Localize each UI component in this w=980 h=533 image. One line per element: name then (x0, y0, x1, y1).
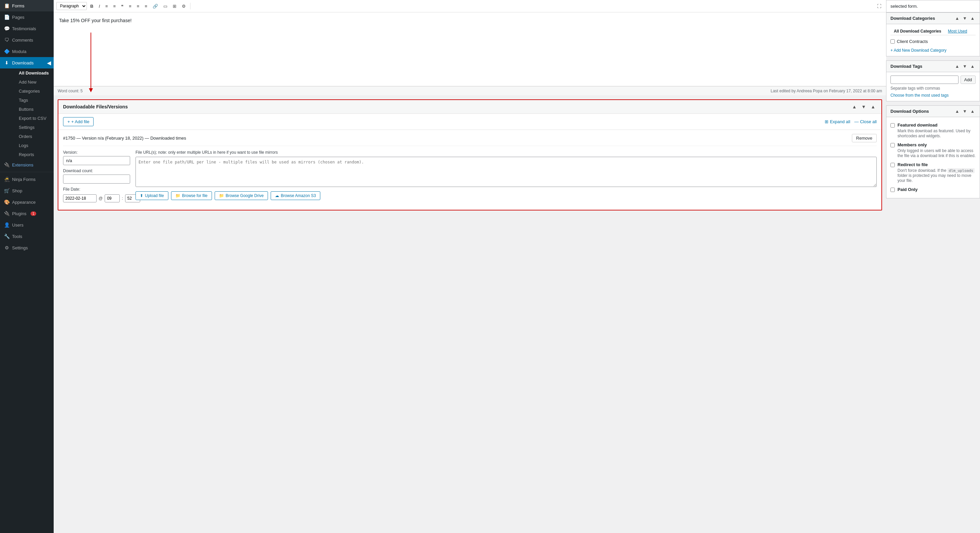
categories-toggle-button[interactable]: ▲ (969, 16, 976, 21)
sidebar-sub-settings[interactable]: Settings (10, 123, 54, 132)
dlm-collapse-up-button[interactable]: ▲ (851, 104, 858, 110)
sidebar-item-downloads[interactable]: ⬇ Downloads ◀ (0, 57, 54, 69)
link-button[interactable]: 🔗 (151, 2, 160, 10)
sidebar-item-plugins[interactable]: 🔌 Plugins 1 (0, 208, 54, 219)
arrow-line (91, 33, 91, 89)
sidebar-item-testimonials[interactable]: 💬 Testimonials (0, 23, 54, 34)
file-url-textarea[interactable] (135, 157, 877, 187)
categories-down-button[interactable]: ▼ (962, 16, 968, 21)
download-count-input[interactable] (63, 174, 130, 184)
sidebar-item-appearance[interactable]: 🎨 Appearance (0, 196, 54, 208)
browse-gdrive-button[interactable]: 📁 Browse Google Drive (215, 191, 268, 200)
sidebar-sub-add-new[interactable]: Add New (10, 78, 54, 86)
bold-button[interactable]: B (88, 2, 95, 10)
add-file-button[interactable]: + + Add file (63, 117, 94, 126)
choose-tags-link[interactable]: Choose from the most used tags (891, 93, 948, 98)
tags-hint: Separate tags with commas (891, 86, 976, 91)
upload-file-button[interactable]: ⬆ Upload file (135, 191, 169, 200)
paragraph-select[interactable]: Paragraph (56, 2, 87, 10)
option-featured-text: Featured download Mark this download as … (897, 123, 976, 138)
download-tags-box: Download Tags ▲ ▼ ▲ Add Separate tags wi… (886, 61, 980, 101)
plugins-icon: 🔌 (4, 211, 10, 216)
sidebar-item-settings[interactable]: ⚙ Settings (0, 242, 54, 254)
sidebar-sub-buttons[interactable]: Buttons (10, 105, 54, 114)
sidebar-item-comments[interactable]: 🗨 Comments (0, 34, 54, 46)
add-new-category-link[interactable]: + Add New Download Category (891, 48, 947, 53)
sidebar-sub-tags[interactable]: Tags (10, 96, 54, 105)
sidebar-item-extensions[interactable]: 🔌 Extensions (0, 159, 54, 171)
categories-up-button[interactable]: ▲ (954, 16, 960, 21)
expand-all-button[interactable]: ⊞ Expand all (825, 119, 850, 124)
sidebar-item-tools[interactable]: 🔧 Tools (0, 231, 54, 242)
grid-button[interactable]: ⊞ (171, 2, 178, 10)
remove-button[interactable]: Remove (852, 134, 877, 142)
editor-footer: Word count: 5 Last edited by Andreea Pop… (54, 86, 886, 95)
download-count-field-group: Download count: (63, 169, 130, 184)
sidebar-sub-all-downloads[interactable]: All Downloads (10, 69, 54, 78)
folder-icon: 📁 (175, 193, 180, 198)
editor-content[interactable]: Take 15% OFF your first purchase! (54, 13, 886, 86)
browse-s3-label: Browse Amazon S3 (281, 193, 316, 198)
sidebar-sub-reports[interactable]: Reports (10, 150, 54, 159)
option-featured-checkbox[interactable] (891, 123, 895, 128)
settings-toolbar-button[interactable]: ⚙ (180, 2, 188, 10)
option-members-only-checkbox[interactable] (891, 143, 895, 147)
sidebar-sub-export-csv[interactable]: Export to CSV (10, 114, 54, 123)
file-hour-input[interactable] (105, 194, 120, 203)
align-left-button[interactable]: ≡ (127, 2, 134, 10)
file-date-input[interactable] (63, 194, 97, 203)
fullscreen-button[interactable]: ⛶ (875, 2, 883, 10)
option-redirect-label: Redirect to file (897, 162, 976, 167)
sidebar-item-forms[interactable]: 📋 Forms (0, 0, 54, 11)
browse-s3-button[interactable]: ☁ Browse Amazon S3 (270, 191, 320, 200)
downloads-icon: ⬇ (4, 60, 10, 65)
sidebar-sub-categories[interactable]: Categories (10, 86, 54, 96)
sidebar-label-forms: Forms (12, 3, 24, 8)
category-checkbox-client-contracts[interactable] (891, 39, 895, 44)
sidebar-label-comments: Comments (12, 38, 33, 43)
ordered-list-button[interactable]: ≡ (111, 2, 118, 10)
options-up-button[interactable]: ▲ (954, 109, 960, 114)
table-button[interactable]: ▭ (161, 2, 169, 10)
blockquote-button[interactable]: ❝ (119, 2, 126, 10)
option-paid-only-checkbox[interactable] (891, 188, 895, 192)
options-down-button[interactable]: ▼ (962, 109, 968, 114)
tags-input[interactable] (891, 75, 959, 84)
browse-for-file-button[interactable]: 📁 Browse for file (171, 191, 212, 200)
download-tags-title: Download Tags (891, 64, 922, 69)
align-center-button[interactable]: ≡ (135, 2, 142, 10)
sidebar-item-users[interactable]: 👤 Users (0, 219, 54, 231)
upload-icon: ⬆ (140, 193, 143, 198)
tags-up-button[interactable]: ▲ (954, 64, 960, 69)
sidebar-item-shop[interactable]: 🛒 Shop (0, 185, 54, 196)
sidebar-sub-orders[interactable]: Orders (10, 132, 54, 141)
close-all-button[interactable]: — Close all (854, 119, 877, 124)
sidebar-item-pages[interactable]: 📄 Pages (0, 11, 54, 23)
editor-toolbar: Paragraph B I ≡ ≡ ❝ ≡ ≡ ≡ 🔗 ▭ ⊞ ⚙ ⛶ (54, 0, 886, 13)
align-right-button[interactable]: ≡ (143, 2, 149, 10)
options-toggle-button[interactable]: ▲ (969, 109, 976, 114)
browse-for-file-label: Browse for file (182, 193, 208, 198)
modula-icon: 🔷 (4, 49, 10, 54)
add-tag-button[interactable]: Add (961, 75, 976, 84)
sidebar-item-ninja-forms[interactable]: 🥷 Ninja Forms (0, 174, 54, 185)
italic-button[interactable]: I (97, 2, 102, 10)
tab-all-categories[interactable]: All Download Categories (891, 27, 945, 35)
tags-down-button[interactable]: ▼ (962, 64, 968, 69)
download-categories-controls: ▲ ▼ ▲ (954, 16, 976, 21)
version-input[interactable] (63, 156, 130, 165)
dlm-toggle-button[interactable]: ▲ (869, 104, 877, 110)
sidebar-item-modula[interactable]: 🔷 Modula (0, 46, 54, 57)
sidebar-label-appearance: Appearance (12, 200, 35, 205)
tags-toggle-button[interactable]: ▲ (969, 64, 976, 69)
right-sidebar: selected form. Download Categories ▲ ▼ ▲… (886, 0, 980, 533)
dlm-title: Downloadable Files/Versions (63, 104, 128, 109)
unordered-list-button[interactable]: ≡ (103, 2, 110, 10)
sidebar-label-pages: Pages (12, 15, 24, 20)
option-redirect-checkbox[interactable] (891, 163, 895, 167)
comments-icon: 🗨 (4, 37, 10, 43)
option-members-only: Members only Only logged in users will b… (891, 140, 976, 160)
sidebar-sub-logs[interactable]: Logs (10, 141, 54, 150)
tab-most-used[interactable]: Most Used (945, 27, 970, 35)
dlm-collapse-down-button[interactable]: ▼ (860, 104, 867, 110)
